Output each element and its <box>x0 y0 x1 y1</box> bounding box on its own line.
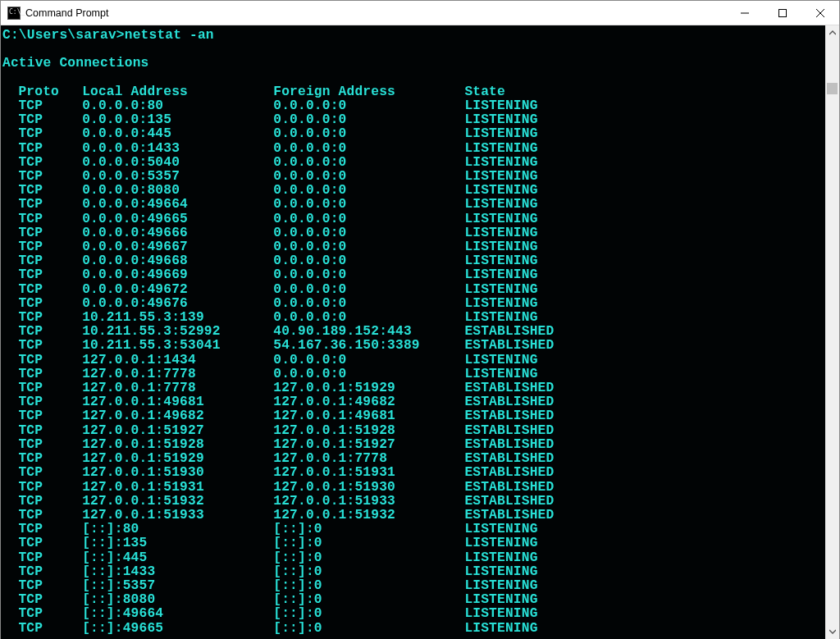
cell-state: LISTENING <box>464 311 640 325</box>
cell-local: 0.0.0.0:49667 <box>82 240 273 254</box>
cell-state: LISTENING <box>464 170 640 184</box>
cell-foreign: [::]:0 <box>273 565 464 579</box>
cell-state: LISTENING <box>464 212 640 226</box>
col-header-foreign: Foreign Address <box>273 85 464 99</box>
cell-local: 0.0.0.0:1433 <box>82 142 273 156</box>
col-header-proto: Proto <box>18 85 82 99</box>
cell-state: LISTENING <box>464 523 640 536</box>
cell-local: [::]:135 <box>82 536 273 550</box>
prompt-line: C:\Users\sarav>netstat -an <box>2 29 825 43</box>
vertical-scrollbar[interactable] <box>825 25 839 639</box>
cell-local: 0.0.0.0:8080 <box>82 184 273 198</box>
cell-proto: TCP <box>18 170 82 184</box>
cell-proto: TCP <box>18 395 82 409</box>
cell-proto: TCP <box>18 354 82 367</box>
cell-local: 127.0.0.1:51931 <box>82 481 273 495</box>
cell-proto: TCP <box>18 523 82 536</box>
cell-foreign: 127.0.0.1:51932 <box>273 509 464 523</box>
maximize-icon <box>778 9 787 17</box>
table-row: TCP127.0.0.1:49682127.0.0.1:49681ESTABLI… <box>2 409 825 423</box>
cell-state: ESTABLISHED <box>464 466 640 480</box>
table-row: TCP10.211.55.3:5304154.167.36.150:3389ES… <box>2 339 825 353</box>
cell-proto: TCP <box>18 367 82 381</box>
scroll-down-button[interactable] <box>825 625 839 639</box>
cell-foreign: 0.0.0.0:0 <box>273 198 464 212</box>
table-row: TCP10.211.55.3:1390.0.0.0:0LISTENING <box>2 311 825 325</box>
scroll-up-button[interactable] <box>825 25 839 39</box>
cell-foreign: [::]:0 <box>273 593 464 607</box>
cell-local: 127.0.0.1:49682 <box>82 409 273 423</box>
cell-proto: TCP <box>18 424 82 438</box>
cell-state: ESTABLISHED <box>464 339 640 353</box>
table-row: TCP127.0.0.1:77780.0.0.0:0LISTENING <box>2 367 825 381</box>
table-row: TCP127.0.0.1:51928127.0.0.1:51927ESTABLI… <box>2 438 825 452</box>
cell-local: 0.0.0.0:49664 <box>82 198 273 212</box>
cell-state: LISTENING <box>464 283 640 297</box>
cell-local: 10.211.55.3:53041 <box>82 339 273 353</box>
cell-foreign: 0.0.0.0:0 <box>273 99 464 113</box>
cell-local: 127.0.0.1:51928 <box>82 438 273 452</box>
section-title: Active Connections <box>2 57 825 71</box>
cell-local: 0.0.0.0:49666 <box>82 226 273 240</box>
cell-foreign: [::]:0 <box>273 622 464 636</box>
cell-proto: TCP <box>18 311 82 325</box>
table-row: TCP127.0.0.1:51933127.0.0.1:51932ESTABLI… <box>2 509 825 523</box>
cmd-app-icon <box>7 7 21 20</box>
cell-foreign: 0.0.0.0:0 <box>273 156 464 170</box>
table-row: TCP0.0.0.0:496650.0.0.0:0LISTENING <box>2 212 825 226</box>
col-header-local: Local Address <box>82 85 273 99</box>
cell-state: ESTABLISHED <box>464 381 640 395</box>
cell-state: LISTENING <box>464 113 640 127</box>
cell-local: 10.211.55.3:139 <box>82 311 273 325</box>
cell-state: LISTENING <box>464 354 640 367</box>
cell-foreign: 0.0.0.0:0 <box>273 240 464 254</box>
close-icon <box>816 9 824 17</box>
cell-foreign: 40.90.189.152:443 <box>273 325 464 339</box>
cell-foreign: 0.0.0.0:0 <box>273 254 464 268</box>
cell-foreign: 0.0.0.0:0 <box>273 354 464 367</box>
cell-state: LISTENING <box>464 156 640 170</box>
cell-proto: TCP <box>18 212 82 226</box>
cell-foreign: 127.0.0.1:7778 <box>273 452 464 466</box>
table-row: TCP127.0.0.1:51932127.0.0.1:51933ESTABLI… <box>2 495 825 509</box>
cell-proto: TCP <box>18 381 82 395</box>
close-button[interactable] <box>801 1 839 25</box>
table-row: TCP[::]:49665[::]:0LISTENING <box>2 622 825 636</box>
terminal-output[interactable]: C:\Users\sarav>netstat -an Active Connec… <box>1 25 825 639</box>
cell-local: 0.0.0.0:49676 <box>82 297 273 311</box>
table-row: TCP0.0.0.0:1350.0.0.0:0LISTENING <box>2 113 825 127</box>
cell-proto: TCP <box>18 481 82 495</box>
minimize-icon <box>741 9 749 17</box>
cell-local: 127.0.0.1:7778 <box>82 367 273 381</box>
table-row: TCP[::]:135[::]:0LISTENING <box>2 536 825 550</box>
maximize-button[interactable] <box>764 1 801 25</box>
cell-local: 127.0.0.1:51929 <box>82 452 273 466</box>
cell-foreign: [::]:0 <box>273 579 464 593</box>
cell-state: ESTABLISHED <box>464 325 640 339</box>
cell-proto: TCP <box>18 509 82 523</box>
cell-local: [::]:49665 <box>82 622 273 636</box>
blank-line <box>2 71 825 85</box>
blank-line <box>2 43 825 57</box>
scroll-thumb[interactable] <box>827 83 838 94</box>
cell-local: [::]:80 <box>82 523 273 536</box>
titlebar[interactable]: Command Prompt <box>1 1 839 25</box>
cell-proto: TCP <box>18 452 82 466</box>
table-row: TCP0.0.0.0:80800.0.0.0:0LISTENING <box>2 184 825 198</box>
cell-state: ESTABLISHED <box>464 452 640 466</box>
cell-state: LISTENING <box>464 99 640 113</box>
cell-local: 0.0.0.0:49665 <box>82 212 273 226</box>
cell-proto: TCP <box>18 438 82 452</box>
shell-command: netstat -an <box>125 28 214 43</box>
cell-foreign: 54.167.36.150:3389 <box>273 339 464 353</box>
cell-local: 127.0.0.1:1434 <box>82 354 273 367</box>
window-title: Command Prompt <box>25 7 108 19</box>
table-row: TCP127.0.0.1:14340.0.0.0:0LISTENING <box>2 354 825 367</box>
table-row: TCP0.0.0.0:496690.0.0.0:0LISTENING <box>2 268 825 282</box>
cell-proto: TCP <box>18 268 82 282</box>
table-row: TCP0.0.0.0:496670.0.0.0:0LISTENING <box>2 240 825 254</box>
table-row: TCP0.0.0.0:50400.0.0.0:0LISTENING <box>2 156 825 170</box>
minimize-button[interactable] <box>726 1 764 25</box>
svg-rect-0 <box>779 9 787 16</box>
cell-foreign: 0.0.0.0:0 <box>273 184 464 198</box>
